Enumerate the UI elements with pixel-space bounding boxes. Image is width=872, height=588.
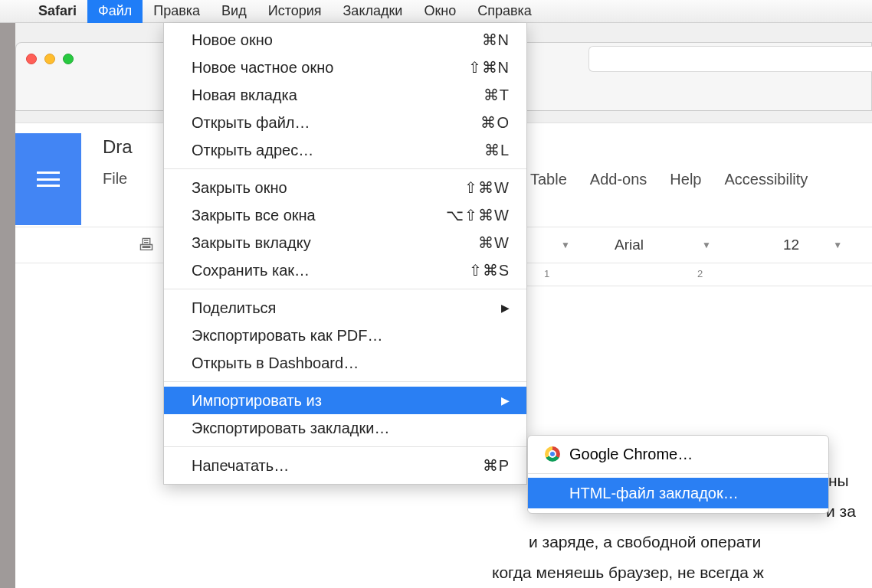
submenu-arrow-icon: ▶ <box>501 302 510 314</box>
menu-separator <box>164 289 526 289</box>
font-dropdown[interactable]: Arial <box>615 237 644 253</box>
menu-file[interactable]: Файл <box>87 0 143 23</box>
import-from-submenu: Google Chrome… HTML-файл закладок… <box>527 435 829 514</box>
chrome-icon <box>545 446 560 462</box>
menu-separator <box>164 168 526 169</box>
desktop-left-strip <box>0 0 15 588</box>
menu-open-location[interactable]: Открыть адрес…⌘L <box>164 136 526 164</box>
docs-menu-addons[interactable]: Add-ons <box>590 171 647 188</box>
menu-export-bookmarks[interactable]: Экспортировать закладки… <box>164 414 526 442</box>
print-icon[interactable]: 🖶 <box>138 235 155 255</box>
menu-edit[interactable]: Правка <box>143 0 211 23</box>
docs-menu-help[interactable]: Help <box>670 171 701 188</box>
ruler: 1 2 <box>506 263 872 286</box>
menu-export-pdf[interactable]: Экспортировать как PDF… <box>164 322 526 349</box>
menu-new-tab[interactable]: Новая вкладка⌘T <box>164 81 526 109</box>
app-name[interactable]: Safari <box>28 0 87 23</box>
style-dropdown-caret-icon[interactable]: ▼ <box>561 240 570 250</box>
ruler-mark-2: 2 <box>697 268 703 279</box>
menu-close-tab[interactable]: Закрыть вкладку⌘W <box>164 229 526 256</box>
menu-share[interactable]: Поделиться▶ <box>164 294 526 322</box>
menu-window[interactable]: Окно <box>413 0 467 23</box>
menu-separator <box>164 381 526 382</box>
menu-new-private-window[interactable]: Новое частное окно⇧⌘N <box>164 54 526 81</box>
menu-bookmarks[interactable]: Закладки <box>333 0 414 23</box>
maximize-window-button[interactable] <box>63 54 74 64</box>
docs-menu-table[interactable]: Table <box>530 171 567 188</box>
traffic-lights <box>26 54 74 64</box>
font-size-caret-icon[interactable]: ▼ <box>833 240 842 250</box>
menu-close-all-windows[interactable]: Закрыть все окна⌥⇧⌘W <box>164 201 526 229</box>
docs-menu-file[interactable]: File <box>103 170 127 188</box>
macos-menubar: Safari Файл Правка Вид История Закладки … <box>0 0 872 23</box>
menu-new-window[interactable]: Новое окно⌘N <box>164 26 526 54</box>
file-menu-dropdown: Новое окно⌘N Новое частное окно⇧⌘N Новая… <box>163 23 527 485</box>
menu-print[interactable]: Напечатать…⌘P <box>164 452 526 479</box>
menu-save-as[interactable]: Сохранить как…⇧⌘S <box>164 256 526 284</box>
ruler-mark-1: 1 <box>544 268 550 279</box>
docs-menu-accessibility[interactable]: Accessibility <box>724 171 808 188</box>
submenu-import-chrome[interactable]: Google Chrome… <box>528 439 828 469</box>
menu-import-from[interactable]: Импортировать из▶ <box>164 387 526 414</box>
menu-view[interactable]: Вид <box>211 0 257 23</box>
document-title[interactable]: Dra <box>103 136 133 158</box>
docs-app-icon[interactable] <box>15 133 81 225</box>
menu-help[interactable]: Справка <box>467 0 543 23</box>
minimize-window-button[interactable] <box>44 54 55 64</box>
font-size-dropdown[interactable]: 12 <box>783 237 799 253</box>
submenu-import-html-bookmarks[interactable]: HTML-файл закладок… <box>528 478 828 508</box>
hamburger-icon <box>37 172 60 187</box>
menu-separator <box>164 446 526 447</box>
menu-open-file[interactable]: Открыть файл…⌘O <box>164 109 526 136</box>
submenu-separator <box>528 473 828 474</box>
submenu-arrow-icon: ▶ <box>501 394 510 407</box>
menu-open-dashboard[interactable]: Открыть в Dashboard… <box>164 349 526 377</box>
address-bar[interactable] <box>588 46 872 72</box>
menu-history[interactable]: История <box>257 0 333 23</box>
menu-close-window[interactable]: Закрыть окно⇧⌘W <box>164 174 526 201</box>
close-window-button[interactable] <box>26 54 37 64</box>
font-dropdown-caret-icon[interactable]: ▼ <box>702 240 711 250</box>
